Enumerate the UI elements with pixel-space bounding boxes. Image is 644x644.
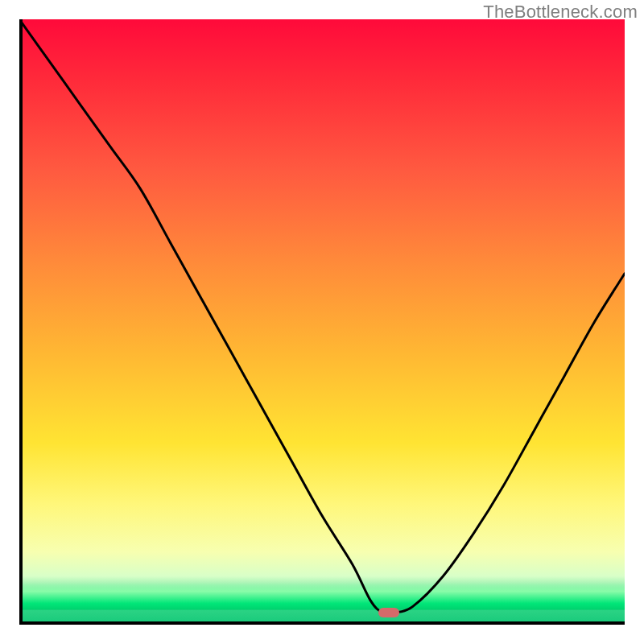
bottleneck-curve-path [19, 19, 625, 613]
plot-area [19, 19, 625, 625]
bottleneck-chart: TheBottleneck.com [0, 0, 644, 644]
curve-svg [19, 19, 625, 625]
optimum-marker [378, 608, 399, 617]
